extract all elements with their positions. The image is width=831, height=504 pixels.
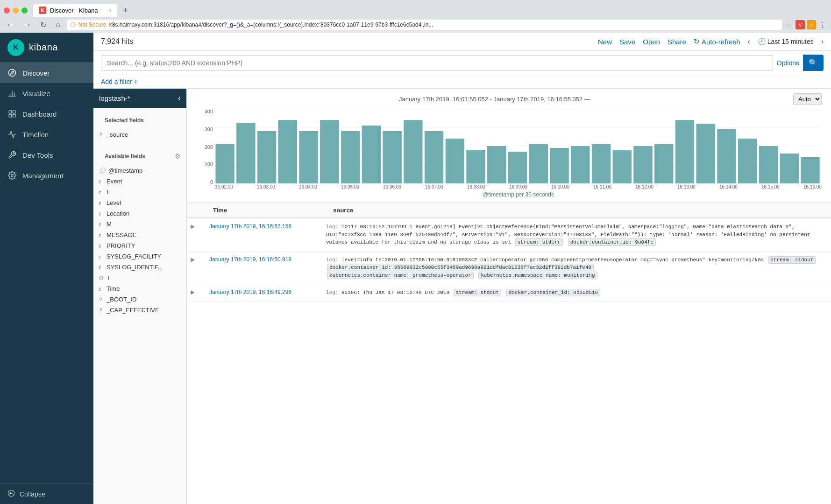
x-label-1608: 16:08:00 (467, 184, 485, 189)
y-label-100: 100 (205, 161, 213, 167)
svg-rect-40 (675, 120, 694, 183)
field-type-q-boot: ? (99, 297, 104, 302)
field-item-l[interactable]: t L (93, 187, 186, 197)
chart-time-range: January 17th 2019, 16:01:55.052 - Januar… (196, 96, 793, 103)
options-button[interactable]: Options (777, 59, 799, 67)
field-item-syslog-facility[interactable]: t SYSLOG_FACILITY (93, 251, 186, 262)
svg-rect-29 (446, 139, 464, 183)
tab-close-btn[interactable]: × (109, 7, 112, 13)
fields-gear-icon[interactable]: ⚙ (175, 153, 181, 160)
new-button[interactable]: New (598, 38, 612, 46)
svg-rect-27 (404, 120, 422, 183)
save-button[interactable]: Save (619, 38, 635, 46)
field-type-t-l: t (99, 189, 104, 195)
nav-sidebar: K kibana Discover Visualize (0, 33, 93, 504)
refresh-btn[interactable]: ↻ (37, 20, 49, 30)
search-input[interactable] (101, 55, 773, 71)
sidebar-item-visualize[interactable]: Visualize (0, 83, 93, 104)
field-item-location[interactable]: t Location (93, 208, 186, 219)
new-tab-btn[interactable]: + (119, 6, 132, 15)
time-forward-btn[interactable]: › (821, 37, 824, 46)
svg-rect-46 (801, 157, 819, 183)
field-name-timestamp: @timestamp (108, 167, 181, 174)
wave-icon (7, 130, 17, 139)
open-button[interactable]: Open (643, 38, 660, 46)
management-label: Management (22, 172, 64, 180)
field-item-boot-id[interactable]: ? _BOOT_ID (93, 294, 186, 305)
field-item-t[interactable]: O T (93, 273, 186, 283)
field-item-level[interactable]: t Level (93, 197, 186, 208)
close-window-btn[interactable] (4, 7, 10, 14)
field-name-boot-id: _BOOT_ID (107, 296, 181, 303)
field-name-event: Event (107, 178, 181, 185)
add-filter-button[interactable]: Add a filter + (101, 78, 138, 85)
row-time-3: January 17th 2019, 16:16:49.296 (206, 284, 322, 301)
row-time-2: January 17th 2019, 16:16:50.918 (206, 252, 322, 284)
field-name-cap-effective: _CAP_EFFECTIVE (107, 307, 181, 314)
selected-fields-section: Selected fields ? _source (93, 108, 186, 144)
interval-select[interactable]: Auto (793, 93, 822, 105)
ext-icon-2[interactable]: ☺ (807, 20, 816, 29)
content-area: logstash-* ‹ Selected fields ? _source (93, 89, 831, 504)
x-label-1614: 16:14:00 (719, 184, 738, 189)
svg-rect-38 (633, 146, 652, 183)
share-button[interactable]: Share (668, 38, 686, 46)
field-item-source[interactable]: ? _source (93, 129, 186, 140)
grid-icon (7, 109, 17, 119)
x-axis: 16:02:00 16:03:00 16:04:00 16:05:00 16:0… (215, 183, 822, 190)
row-expand-btn-3[interactable]: ▶ (187, 284, 206, 301)
time-back-btn[interactable]: ‹ (748, 37, 750, 46)
field-item-cap-effective[interactable]: ? _CAP_EFFECTIVE (93, 305, 186, 315)
field-item-m[interactable]: t M (93, 219, 186, 230)
back-btn[interactable]: ← (4, 20, 17, 30)
sidebar-item-timelion[interactable]: Timelion (0, 124, 93, 145)
field-type-t-event: t (99, 179, 104, 184)
home-btn[interactable]: ⌂ (53, 20, 63, 30)
time-range-label: Last 15 minutes (767, 38, 814, 45)
field-type-t-syslog-ident: t (99, 265, 104, 270)
sidebar-item-dashboard[interactable]: Dashboard (0, 104, 93, 124)
browser-menu-btn[interactable]: ⋮ (818, 20, 827, 29)
field-item-syslog-ident[interactable]: t SYSLOG_IDENTIF... (93, 262, 186, 273)
row-expand-btn-1[interactable]: ▶ (187, 218, 206, 251)
field-type-t-level: t (99, 200, 104, 206)
forward-btn[interactable]: → (21, 20, 34, 30)
timelion-label: Timelion (22, 131, 49, 139)
field-item-time[interactable]: t Time (93, 283, 186, 294)
svg-rect-20 (257, 131, 276, 183)
svg-rect-25 (362, 126, 381, 183)
tab-bar: K Discover - Kibana × + (0, 0, 831, 17)
field-item-priority[interactable]: t PRIORITY (93, 240, 186, 251)
refresh-icon: ↻ (694, 37, 700, 46)
collapse-panel-btn[interactable]: ‹ (178, 93, 181, 103)
bookmark-btn[interactable]: ☆ (786, 21, 792, 28)
ext-icon-1[interactable]: V (795, 20, 805, 29)
field-name-message: MESSAGE (107, 231, 181, 238)
nav-bottom: Collapse (0, 483, 93, 504)
row-expand-btn-2[interactable]: ▶ (187, 252, 206, 284)
sidebar-item-devtools[interactable]: Dev Tools (0, 145, 93, 165)
field-type-o-t: O (99, 275, 104, 281)
x-label-1603: 16:03:00 (257, 184, 275, 189)
field-name-time: Time (107, 285, 181, 292)
auto-refresh-button[interactable]: ↻ Auto-refresh (694, 37, 740, 46)
sidebar-item-discover[interactable]: Discover (0, 63, 93, 83)
field-item-message[interactable]: t MESSAGE (93, 230, 186, 240)
x-label-1605: 16:05:00 (341, 184, 359, 189)
field-item-event[interactable]: t Event (93, 176, 186, 187)
search-submit-btn[interactable]: 🔍 (803, 55, 824, 71)
field-name-location: Location (107, 210, 181, 217)
field-type-t-priority: t (99, 243, 104, 249)
x-label-1613: 16:13:00 (677, 184, 696, 189)
url-bar[interactable]: ⓘ Not Secure k8s.haimaxy.com:31816/app/k… (67, 20, 782, 30)
minimize-window-btn[interactable] (13, 7, 19, 14)
x-label-1604: 16:04:00 (299, 184, 317, 189)
active-tab[interactable]: K Discover - Kibana × (33, 4, 117, 17)
field-item-timestamp[interactable]: 🕐 @timestamp (93, 165, 186, 176)
filter-bar: Add a filter + (93, 75, 831, 89)
sidebar-item-management[interactable]: Management (0, 165, 93, 186)
collapse-btn[interactable]: Collapse (7, 490, 86, 498)
maximize-window-btn[interactable] (21, 7, 28, 14)
browser-extensions: V ☺ ⋮ (795, 20, 827, 29)
wrench-icon (7, 150, 17, 160)
